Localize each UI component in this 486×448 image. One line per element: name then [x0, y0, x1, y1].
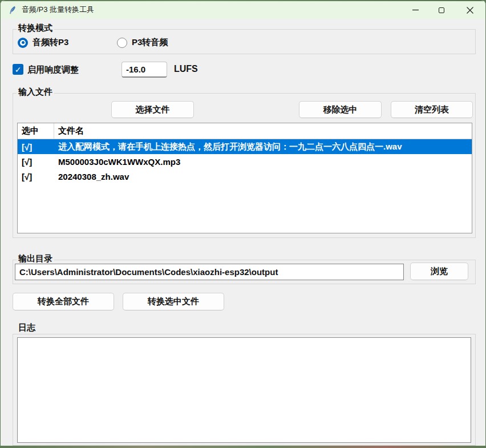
- remove-selected-button[interactable]: 移除选中: [299, 101, 382, 118]
- close-button[interactable]: [455, 1, 485, 19]
- window-controls: [402, 1, 485, 19]
- table-row[interactable]: [√] 进入配网模式，请在手机上连接热点，然后打开浏览器访问：一九二点一六八点四…: [18, 139, 472, 154]
- row-filename-cell: M500003J0cWK1WWxQX.mp3: [54, 157, 472, 167]
- radio-selected-icon: [18, 38, 28, 48]
- python-app-icon: [8, 6, 17, 15]
- loudness-checkbox-label: 启用响度调整: [27, 64, 79, 75]
- radio-p3-to-audio-label: P3转音频: [132, 37, 168, 48]
- table-row[interactable]: [√] 20240308_zh.wav: [18, 169, 472, 184]
- titlebar: 音频/P3 批量转换工具: [1, 0, 485, 19]
- convert-selected-button[interactable]: 转换选中文件: [123, 293, 224, 310]
- column-header-filename[interactable]: 文件名: [54, 123, 472, 139]
- file-list-table: 选中 文件名 [√] 进入配网模式，请在手机上连接热点，然后打开浏览器访问：一九…: [17, 123, 472, 233]
- minimize-icon: [412, 7, 419, 13]
- row-filename-cell: 20240308_zh.wav: [54, 172, 472, 181]
- row-filename-cell: 进入配网模式，请在手机上连接热点，然后打开浏览器访问：一九二点一六八点四点一.w…: [54, 142, 472, 152]
- log-group: 日志: [13, 334, 476, 446]
- output-directory-group: 输出目录 浏览: [13, 260, 476, 284]
- browse-button[interactable]: 浏览: [410, 263, 468, 280]
- loudness-checkbox[interactable]: [13, 64, 23, 75]
- maximize-icon: [439, 7, 444, 13]
- input-files-group: 输入文件 选择文件 移除选中 清空列表 选中 文件名 [√] 进入配网模式，请在…: [13, 93, 476, 238]
- minimize-button[interactable]: [402, 1, 428, 19]
- convert-all-button[interactable]: 转换全部文件: [13, 293, 114, 310]
- radio-audio-to-p3[interactable]: 音频转P3: [18, 37, 68, 48]
- conversion-mode-group-label: 转换模式: [17, 23, 54, 33]
- radio-audio-to-p3-label: 音频转P3: [33, 37, 68, 48]
- output-path-input[interactable]: [15, 264, 404, 280]
- row-checked-cell: [√]: [18, 172, 54, 181]
- clear-list-button[interactable]: 清空列表: [391, 101, 473, 118]
- conversion-mode-group: 转换模式 音频转P3 P3转音频: [13, 29, 476, 54]
- log-group-label: 日志: [17, 322, 37, 332]
- column-header-checked[interactable]: 选中: [18, 123, 54, 139]
- row-checked-cell: [√]: [18, 157, 54, 167]
- radio-p3-to-audio[interactable]: P3转音频: [117, 37, 168, 48]
- table-row[interactable]: [√] M500003J0cWK1WWxQX.mp3: [18, 154, 472, 169]
- row-checked-cell: [√]: [18, 142, 54, 152]
- close-icon: [467, 7, 473, 14]
- select-files-button[interactable]: 选择文件: [111, 101, 194, 118]
- loudness-value-input[interactable]: [122, 62, 167, 78]
- maximize-button[interactable]: [428, 1, 455, 19]
- window-title: 音频/P3 批量转换工具: [22, 5, 94, 15]
- radio-unselected-icon: [117, 38, 127, 48]
- app-window: 音频/P3 批量转换工具 转换模式 音频转P3 P3转音频 启用响度调整 LUF…: [1, 0, 485, 446]
- log-textarea[interactable]: [17, 337, 471, 443]
- file-list-header: 选中 文件名: [18, 123, 472, 139]
- lufs-unit-label: LUFS: [174, 64, 198, 74]
- input-files-group-label: 输入文件: [17, 87, 54, 96]
- output-directory-group-label: 输出目录: [17, 253, 54, 263]
